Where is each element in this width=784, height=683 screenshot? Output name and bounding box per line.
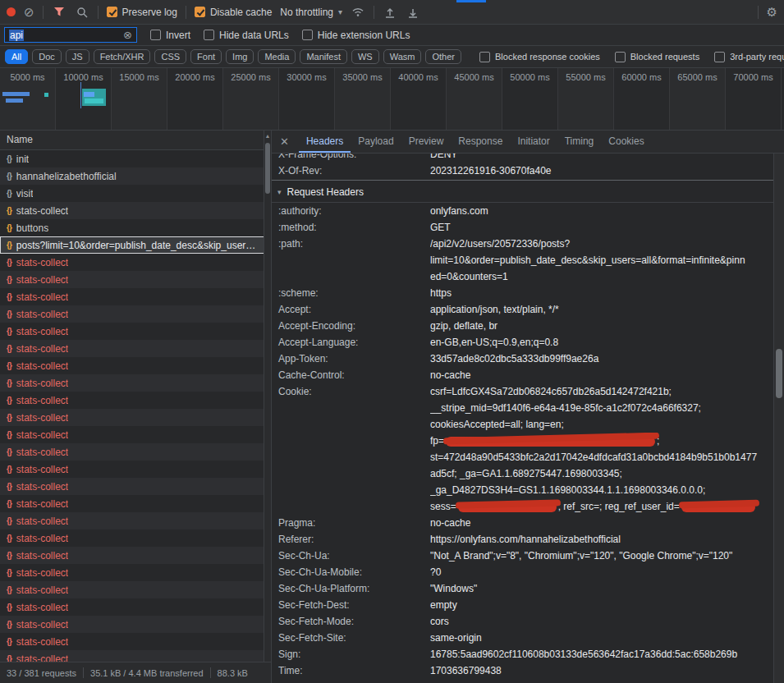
timeline-column[interactable]: 45000 ms: [447, 68, 502, 130]
import-har-icon[interactable]: [383, 5, 397, 20]
request-row[interactable]: {}stats-collect: [0, 564, 271, 581]
name-column-header[interactable]: Name: [0, 131, 271, 150]
record-button[interactable]: [7, 7, 16, 16]
close-details-icon[interactable]: ✕: [280, 135, 289, 148]
network-conditions-icon[interactable]: [351, 5, 365, 20]
clear-filter-icon[interactable]: ⊗: [123, 30, 132, 40]
tab-initiator[interactable]: Initiator: [510, 131, 557, 153]
request-row[interactable]: {}stats-collect: [0, 202, 271, 219]
request-row[interactable]: {}hannahelizabethofficial: [0, 167, 271, 185]
filter-type-other[interactable]: Other: [425, 49, 461, 64]
timeline-column[interactable]: 55000 ms: [558, 68, 614, 130]
request-row[interactable]: {}stats-collect: [0, 616, 271, 633]
network-filter-input[interactable]: api ⊗: [4, 27, 137, 43]
request-row[interactable]: {}stats-collect: [0, 581, 271, 598]
request-row[interactable]: {}visit: [0, 185, 271, 202]
hide-extension-urls-checkbox[interactable]: Hide extension URLs: [302, 30, 410, 41]
request-row[interactable]: {}stats-collect: [0, 461, 271, 478]
request-row[interactable]: {}stats-collect: [0, 288, 271, 305]
request-row[interactable]: {}buttons: [0, 219, 271, 236]
json-braces-icon: {}: [7, 361, 11, 370]
filter-type-fetch-xhr[interactable]: Fetch/XHR: [94, 49, 151, 64]
checkbox-blocked-response-cookies[interactable]: Blocked response cookies: [479, 52, 600, 62]
timeline-column[interactable]: 70000 ms: [726, 68, 782, 130]
search-icon[interactable]: [75, 5, 89, 20]
request-row[interactable]: {}stats-collect: [0, 357, 271, 374]
invert-checkbox[interactable]: Invert: [150, 30, 190, 41]
header-row: :authority:onlyfans.com: [272, 203, 773, 219]
timeline-column[interactable]: 40000 ms: [391, 68, 447, 130]
preserve-log-checkbox[interactable]: Preserve log: [107, 7, 177, 18]
request-row[interactable]: {}stats-collect: [0, 426, 271, 443]
timeline-column[interactable]: 60000 ms: [614, 68, 670, 130]
request-row[interactable]: {}stats-collect: [0, 495, 271, 512]
request-row[interactable]: {}stats-collect: [0, 633, 271, 650]
timeline-column[interactable]: 15000 ms: [112, 68, 167, 130]
tab-cookies[interactable]: Cookies: [601, 131, 651, 153]
request-row[interactable]: {}stats-collect: [0, 392, 271, 409]
request-row[interactable]: {}stats-collect: [0, 374, 271, 392]
timeline-selection-line: [80, 82, 81, 108]
checkbox-blocked-requests[interactable]: Blocked requests: [615, 52, 699, 62]
request-row[interactable]: {}stats-collect: [0, 254, 271, 271]
filter-type-img[interactable]: Img: [226, 49, 254, 64]
filter-type-css[interactable]: CSS: [154, 49, 186, 64]
timeline-column[interactable]: 25000 ms: [223, 68, 279, 130]
request-row[interactable]: {}stats-collect: [0, 323, 271, 340]
request-row[interactable]: {}stats-collect: [0, 598, 271, 616]
request-row[interactable]: {}stats-collect: [0, 340, 271, 357]
tab-preview[interactable]: Preview: [401, 131, 452, 153]
request-row[interactable]: {}stats-collect: [0, 478, 271, 495]
timeline-column[interactable]: 20000 ms: [167, 68, 223, 130]
request-row[interactable]: {}stats-collect: [0, 650, 271, 662]
disable-cache-checkbox[interactable]: Disable cache: [195, 7, 272, 18]
header-name: Sign:: [278, 646, 430, 662]
header-row: Pragma:no-cache: [272, 515, 773, 531]
timeline-overview[interactable]: 5000 ms10000 ms15000 ms20000 ms25000 ms3…: [0, 68, 784, 131]
export-har-icon[interactable]: [406, 5, 420, 20]
filter-type-manifest[interactable]: Manifest: [300, 49, 347, 64]
filter-type-ws[interactable]: WS: [351, 49, 379, 64]
header-value-text: ; ref_src=; reg_ref_user_id=: [558, 501, 680, 512]
request-row[interactable]: {}stats-collect: [0, 547, 271, 564]
scroll-up-icon[interactable]: ▲: [265, 131, 271, 139]
request-row[interactable]: {}stats-collect: [0, 443, 271, 461]
tab-payload[interactable]: Payload: [351, 131, 401, 153]
timeline-column[interactable]: 35000 ms: [335, 68, 391, 130]
status-separator: [83, 667, 84, 678]
filter-type-all[interactable]: All: [5, 49, 28, 64]
scrollbar-thumb[interactable]: [265, 143, 270, 194]
filter-type-js[interactable]: JS: [66, 49, 89, 64]
tab-headers[interactable]: Headers: [299, 131, 351, 153]
tab-timing[interactable]: Timing: [557, 131, 602, 153]
checkbox-label: 3rd-party requests: [730, 52, 784, 62]
settings-gear-icon[interactable]: ⚙: [767, 6, 777, 18]
checkbox-3rd-party-requests[interactable]: 3rd-party requests: [714, 52, 784, 62]
filter-type-media[interactable]: Media: [258, 49, 296, 64]
request-row[interactable]: {}stats-collect: [0, 305, 271, 323]
filter-type-wasm[interactable]: Wasm: [383, 49, 422, 64]
scrollbar-thumb[interactable]: [776, 349, 782, 398]
hide-data-urls-checkbox[interactable]: Hide data URLs: [204, 30, 289, 41]
filter-type-font[interactable]: Font: [190, 49, 222, 64]
filter-type-doc[interactable]: Doc: [32, 49, 62, 64]
timeline-column[interactable]: 65000 ms: [670, 68, 726, 130]
tab-response[interactable]: Response: [451, 131, 510, 153]
request-row[interactable]: {}stats-collect: [0, 512, 271, 529]
request-row[interactable]: {}stats-collect: [0, 409, 271, 426]
json-braces-icon: {}: [7, 430, 11, 439]
request-row[interactable]: {}posts?limit=10&order=publish_date_desc…: [0, 236, 271, 254]
request-row[interactable]: {}init: [0, 150, 271, 167]
toolbar-separator: [758, 6, 759, 19]
timeline-column[interactable]: 30000 ms: [279, 68, 335, 130]
throttling-select[interactable]: No throttling ▾: [280, 7, 342, 18]
clear-network-log-icon[interactable]: ⊘: [24, 6, 34, 18]
request-row[interactable]: {}stats-collect: [0, 529, 271, 547]
header-value-text: limit=10&order=publish_date_desc&skip_us…: [430, 254, 745, 266]
request-row[interactable]: {}stats-collect: [0, 271, 271, 288]
timeline-column[interactable]: 50000 ms: [502, 68, 558, 130]
request-headers-section-header[interactable]: ▾ Request Headers: [272, 181, 773, 203]
details-scrollbar[interactable]: [773, 154, 784, 683]
request-list-scrollbar[interactable]: ▲: [264, 131, 271, 662]
filter-funnel-icon[interactable]: [52, 5, 66, 20]
